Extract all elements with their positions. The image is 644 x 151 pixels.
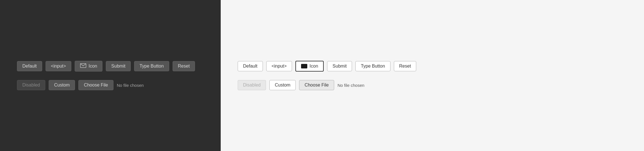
light-icon-label: Icon [310, 64, 318, 69]
dark-submit-button[interactable]: Submit [106, 61, 131, 71]
light-row-2: Disabled Custom Choose File No file chos… [238, 80, 627, 90]
dark-panel: Default <input> Icon Submit Type Button … [0, 0, 221, 151]
light-disabled-button: Disabled [238, 80, 266, 90]
dark-icon-label: Icon [89, 64, 97, 69]
dark-choose-file-button[interactable]: Choose File [78, 80, 113, 90]
mail-icon [80, 63, 86, 69]
light-type-button[interactable]: Type Button [355, 61, 390, 71]
light-choose-file-button[interactable]: Choose File [299, 80, 334, 90]
dark-input-button[interactable]: <input> [46, 61, 71, 71]
black-square-icon [301, 64, 307, 68]
light-panel: Default <input> Icon Submit Type Button … [221, 0, 644, 151]
dark-row-2: Disabled Custom Choose File No file chos… [17, 80, 204, 90]
dark-reset-button[interactable]: Reset [173, 61, 195, 71]
light-input-button[interactable]: <input> [266, 61, 292, 71]
dark-custom-button[interactable]: Custom [49, 80, 75, 90]
light-row-1: Default <input> Icon Submit Type Button … [238, 61, 627, 72]
dark-type-button[interactable]: Type Button [134, 61, 169, 71]
dark-disabled-button: Disabled [17, 80, 45, 90]
light-custom-button[interactable]: Custom [269, 80, 296, 90]
dark-icon-button[interactable]: Icon [75, 61, 102, 72]
light-no-file-text: No file chosen [338, 83, 364, 88]
light-reset-button[interactable]: Reset [394, 61, 417, 71]
light-submit-button[interactable]: Submit [327, 61, 352, 71]
light-default-button[interactable]: Default [238, 61, 263, 71]
dark-no-file-text: No file chosen [117, 83, 144, 88]
dark-row-1: Default <input> Icon Submit Type Button … [17, 61, 204, 72]
dark-default-button[interactable]: Default [17, 61, 42, 71]
light-icon-button[interactable]: Icon [295, 61, 324, 72]
